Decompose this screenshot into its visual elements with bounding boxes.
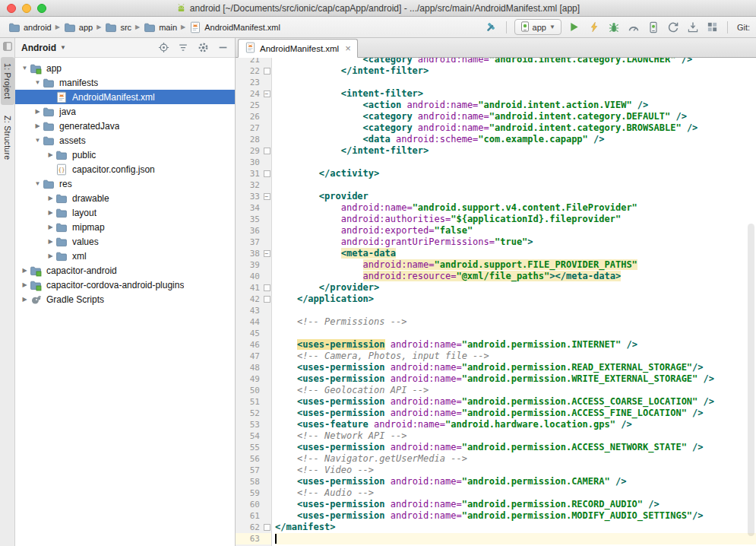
- tree-item-generatedjava[interactable]: ▶generatedJava: [15, 119, 235, 133]
- fold-marker-icon[interactable]: −: [264, 250, 270, 257]
- code-line-33[interactable]: <provider: [275, 191, 756, 202]
- code-line-50[interactable]: <!-- Geolocation API -->: [275, 385, 756, 396]
- code-line-41[interactable]: </provider>: [275, 282, 756, 294]
- code-line-45[interactable]: [275, 328, 756, 339]
- code-line-55[interactable]: <uses-permission android:name="android.p…: [275, 442, 756, 453]
- debug-icon[interactable]: [607, 21, 621, 34]
- tree-item-assets[interactable]: ▼assets: [15, 133, 235, 148]
- code-line-46[interactable]: <uses-permission android:name="android.p…: [275, 339, 756, 351]
- build-project-icon[interactable]: [485, 21, 498, 34]
- chevron-down-icon[interactable]: ▼: [33, 137, 43, 144]
- breadcrumb-item-main[interactable]: main: [141, 21, 179, 34]
- tool-windows-icon[interactable]: [3, 40, 12, 54]
- fold-marker-icon[interactable]: −: [264, 193, 270, 200]
- chevron-right-icon[interactable]: ▶: [20, 281, 30, 288]
- chevron-down-icon[interactable]: ▼: [33, 180, 43, 187]
- fold-marker-icon[interactable]: [264, 296, 270, 303]
- fold-marker-icon[interactable]: [264, 170, 270, 177]
- code-line-29[interactable]: </intent-filter>: [275, 145, 756, 157]
- tree-item-capacitor-android[interactable]: ▶capacitor-android: [15, 263, 235, 278]
- code-line-37[interactable]: android:grantUriPermissions="true">: [275, 236, 756, 248]
- code-line-60[interactable]: <uses-permission android:name="android.p…: [275, 499, 756, 510]
- code-line-54[interactable]: <!-- Network API -->: [275, 430, 756, 442]
- code-line-31[interactable]: </activity>: [275, 168, 756, 179]
- chevron-down-icon[interactable]: ▼: [20, 65, 30, 71]
- code-line-39[interactable]: android:name="android.support.FILE_PROVI…: [275, 259, 756, 271]
- chevron-right-icon[interactable]: ▶: [46, 195, 55, 202]
- tree-item-manifests[interactable]: ▼manifests: [15, 75, 235, 90]
- fold-marker-icon[interactable]: [264, 284, 270, 291]
- zoom-window-button[interactable]: [37, 4, 46, 13]
- tree-item-java[interactable]: ▶java: [15, 104, 235, 119]
- tree-item-capacitor-cordova-android-plugins[interactable]: ▶capacitor-cordova-android-plugins: [15, 278, 235, 292]
- tab-androidmanifest[interactable]: AndroidManifest.xml ×: [238, 39, 358, 58]
- code-line-28[interactable]: <data android:scheme="com.example.capapp…: [275, 134, 756, 145]
- code-line-24[interactable]: <intent-filter>: [275, 88, 756, 100]
- chevron-right-icon[interactable]: ▶: [46, 238, 55, 245]
- sync-gradle-icon[interactable]: [666, 21, 680, 34]
- chevron-right-icon[interactable]: ▶: [33, 122, 43, 129]
- chevron-right-icon[interactable]: ▶: [20, 296, 30, 303]
- editor-body[interactable]: 21222324−252627282930313233−3435363738−3…: [236, 58, 756, 546]
- tree-item-mipmap[interactable]: ▶mipmap: [15, 220, 235, 234]
- close-window-button[interactable]: [7, 4, 16, 13]
- tree-item-values[interactable]: ▶values: [15, 234, 235, 249]
- apply-changes-icon[interactable]: [587, 21, 601, 34]
- tool-button-z-structure[interactable]: Z: Structure: [1, 110, 14, 166]
- fold-marker-icon[interactable]: −: [264, 90, 270, 97]
- tree-item-androidmanifest-xml[interactable]: AndroidManifest.xml: [15, 90, 235, 104]
- code-line-59[interactable]: <!-- Audio -->: [275, 487, 756, 499]
- code-line-25[interactable]: <action android:name="android.intent.act…: [275, 100, 756, 111]
- close-tab-icon[interactable]: ×: [345, 45, 351, 52]
- code-line-56[interactable]: <!-- Navigator.getUserMedia -->: [275, 453, 756, 465]
- chevron-right-icon[interactable]: ▶: [46, 151, 55, 158]
- git-label[interactable]: Git:: [737, 23, 750, 32]
- code-line-61[interactable]: <uses-permission android:name="android.p…: [275, 510, 756, 522]
- code-line-35[interactable]: android:authorities="${applicationId}.fi…: [275, 214, 756, 225]
- fold-marker-icon[interactable]: [264, 68, 270, 75]
- chevron-right-icon[interactable]: ▶: [46, 252, 55, 259]
- layout-inspector-icon[interactable]: [706, 21, 720, 34]
- tree-item-capacitor-config-json[interactable]: {}capacitor.config.json: [15, 162, 235, 176]
- collapse-all-icon[interactable]: [177, 42, 189, 54]
- tool-button-1-project[interactable]: 1: Project: [1, 57, 14, 105]
- project-view-selector[interactable]: Android ▼: [21, 43, 66, 53]
- hide-panel-icon[interactable]: [217, 42, 229, 54]
- code-line-40[interactable]: android:resource="@xml/file_paths"></met…: [275, 271, 756, 282]
- code-line-63[interactable]: [275, 533, 756, 544]
- breadcrumb-item-app[interactable]: app: [62, 21, 95, 34]
- chevron-right-icon[interactable]: ▶: [33, 108, 43, 115]
- profiler-icon[interactable]: [627, 21, 641, 34]
- tree-item-res[interactable]: ▼res: [15, 176, 235, 191]
- sdk-manager-icon[interactable]: [686, 21, 700, 34]
- run-configuration-dropdown[interactable]: app ▼: [514, 19, 561, 35]
- code-line-23[interactable]: [275, 77, 756, 88]
- code-line-27[interactable]: <category android:name="android.intent.c…: [275, 122, 756, 134]
- code-line-43[interactable]: [275, 305, 756, 316]
- run-button[interactable]: [568, 21, 581, 34]
- code-line-30[interactable]: [275, 157, 756, 168]
- locate-file-icon[interactable]: [157, 42, 169, 54]
- breadcrumb-item-android[interactable]: android: [6, 21, 54, 34]
- code-line-36[interactable]: android:exported="false": [275, 225, 756, 236]
- breadcrumb-item-src[interactable]: src: [103, 21, 134, 34]
- fold-marker-icon[interactable]: [264, 524, 270, 531]
- code-line-51[interactable]: <uses-permission android:name="android.p…: [275, 396, 756, 408]
- code-line-44[interactable]: <!-- Permissions -->: [275, 316, 756, 328]
- chevron-right-icon[interactable]: ▶: [20, 267, 30, 274]
- tree-item-xml[interactable]: ▶xml: [15, 249, 235, 263]
- editor-scrollbar[interactable]: [748, 224, 754, 536]
- chevron-right-icon[interactable]: ▶: [46, 224, 55, 230]
- code-area[interactable]: <category android:name="android.intent.c…: [272, 58, 756, 546]
- minimize-window-button[interactable]: [22, 4, 31, 13]
- code-line-38[interactable]: <meta-data: [275, 248, 756, 259]
- code-line-57[interactable]: <!-- Video -->: [275, 465, 756, 476]
- code-line-49[interactable]: <uses-permission android:name="android.p…: [275, 373, 756, 385]
- code-line-48[interactable]: <uses-permission android:name="android.p…: [275, 362, 756, 373]
- code-line-52[interactable]: <uses-permission android:name="android.p…: [275, 408, 756, 419]
- code-line-21[interactable]: <category android:name="android.intent.c…: [275, 58, 756, 65]
- code-line-22[interactable]: </intent-filter>: [275, 65, 756, 77]
- code-line-42[interactable]: </application>: [275, 294, 756, 305]
- code-line-32[interactable]: [275, 179, 756, 191]
- tree-item-drawable[interactable]: ▶drawable: [15, 191, 235, 205]
